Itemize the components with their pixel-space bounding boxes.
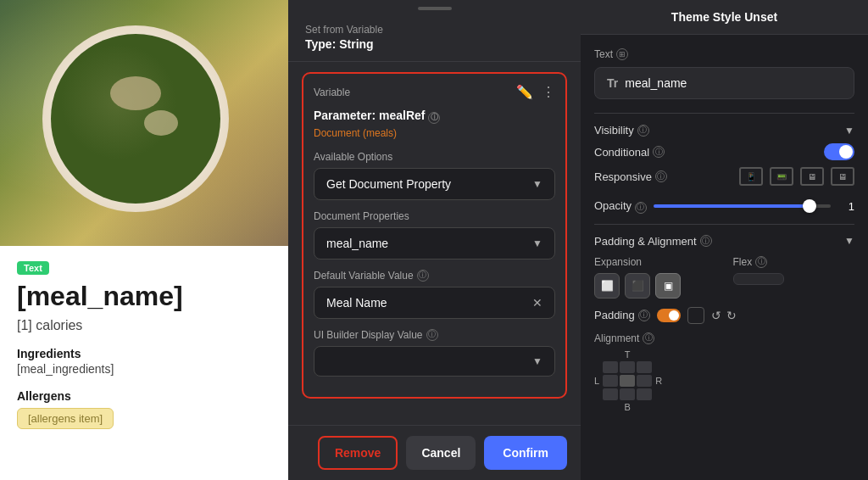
edit-icon-button[interactable]: ✏️	[516, 84, 533, 100]
align-cell-bl[interactable]	[603, 388, 618, 400]
padding-controls: Padding ⓘ ↺ ↻	[594, 307, 854, 324]
padding-info-icon: ⓘ	[638, 310, 650, 321]
alignment-cells	[603, 361, 652, 400]
padding-alignment-header: Padding & Alignment ⓘ ▼	[594, 235, 854, 248]
cancel-button[interactable]: Cancel	[406, 436, 476, 470]
right-header: Theme Style Unset	[581, 0, 868, 35]
opacity-slider[interactable]	[654, 204, 831, 208]
padding-alignment-info-icon: ⓘ	[700, 235, 712, 247]
visibility-row: Visibility ⓘ ▼	[594, 124, 854, 137]
flex-label: Flex ⓘ	[733, 256, 855, 268]
opacity-slider-thumb[interactable]	[803, 199, 816, 213]
align-cell-br[interactable]	[637, 388, 652, 400]
expansion-option-2[interactable]: ⬛	[625, 273, 650, 299]
ui-builder-chevron-icon: ▼	[532, 355, 542, 367]
align-cell-mr[interactable]	[637, 375, 652, 387]
align-cell-tr[interactable]	[637, 361, 652, 373]
allergens-label: Allergens	[17, 389, 271, 403]
ingredients-label: Ingredients	[17, 347, 271, 360]
expansion-buttons: ⬜ ⬛ ▣	[594, 273, 716, 299]
variable-section: Variable ✏️ ⋮ Parameter: mealRef ⓘ Docum…	[302, 72, 567, 399]
align-cell-tl[interactable]	[603, 361, 618, 373]
ui-builder-dropdown[interactable]: ▼	[314, 346, 555, 377]
expansion-label: Expansion	[594, 256, 716, 268]
modal-body: Variable ✏️ ⋮ Parameter: mealRef ⓘ Docum…	[288, 62, 581, 425]
conditional-label: Conditional ⓘ	[594, 146, 665, 159]
padding-alignment-chevron-icon[interactable]: ▼	[844, 235, 854, 247]
responsive-info-icon: ⓘ	[655, 170, 667, 182]
available-options-dropdown[interactable]: Get Document Property ▼	[314, 168, 555, 200]
alignment-info-icon: ⓘ	[643, 332, 654, 344]
expansion-flex-row: Expansion ⬜ ⬛ ▣ Flex ⓘ	[594, 256, 854, 299]
opacity-label: Opacity ⓘ	[594, 199, 647, 214]
clear-default-variable-button[interactable]: ✕	[532, 296, 542, 310]
salad-accent	[110, 76, 161, 110]
ingredients-value: [meal_ingredients]	[17, 362, 271, 376]
align-L-label: L	[594, 376, 599, 386]
device-icons-group: 📱 📟 🖥 🖥	[739, 167, 854, 186]
available-options-value: Get Document Property	[326, 177, 451, 191]
right-panel: Theme Style Unset Text ⊞ Tr meal_name Vi…	[581, 0, 868, 480]
default-variable-info-icon: ⓘ	[417, 270, 429, 282]
align-R-label: R	[655, 376, 662, 386]
type-string-label: Type: String	[305, 37, 564, 51]
flex-input[interactable]	[733, 273, 784, 285]
confirm-button[interactable]: Confirm	[484, 436, 567, 470]
document-properties-group: Document Properties meal_name ▼	[314, 210, 555, 260]
left-panel: Text [meal_name] [1] calories Ingredient…	[0, 0, 288, 480]
available-options-label: Available Options	[314, 151, 555, 163]
default-variable-group: Default Variable Value ⓘ Meal Name ✕	[314, 270, 555, 319]
align-cell-mc[interactable]	[620, 375, 635, 387]
alignment-section: Alignment ⓘ L T	[594, 332, 854, 412]
allergens-badge: [allergens item]	[17, 408, 114, 429]
document-source: Document (meals)	[314, 127, 555, 139]
salad-accent2	[144, 110, 178, 136]
text-value-box[interactable]: Tr meal_name	[594, 67, 854, 99]
align-cell-tc[interactable]	[620, 361, 635, 373]
more-options-icon-button[interactable]: ⋮	[542, 84, 555, 100]
text-property-section: Text ⊞ Tr meal_name	[594, 48, 854, 99]
modal-header: Set from Variable Type: String	[288, 10, 581, 62]
document-properties-value: meal_name	[326, 237, 388, 250]
alignment-grid: L T	[594, 349, 854, 412]
expansion-option-1[interactable]: ⬜	[594, 273, 620, 299]
ui-builder-info-icon: ⓘ	[426, 329, 438, 341]
padding-toggle[interactable]	[657, 309, 681, 322]
section-header: Variable ✏️ ⋮	[314, 84, 555, 100]
default-variable-input[interactable]: Meal Name ✕	[314, 287, 555, 319]
expansion-option-3[interactable]: ▣	[655, 273, 681, 299]
undo-icon[interactable]: ↺	[711, 309, 721, 322]
align-cell-bc[interactable]	[620, 388, 635, 400]
document-properties-dropdown[interactable]: meal_name ▼	[314, 227, 555, 260]
tablet-device-icon[interactable]: 📟	[770, 167, 793, 186]
align-cell-ml[interactable]	[603, 375, 618, 387]
default-variable-value: Meal Name	[326, 296, 387, 310]
alignment-label: Alignment ⓘ	[594, 332, 854, 344]
available-options-chevron-icon: ▼	[532, 178, 542, 190]
text-value: meal_name	[625, 76, 687, 90]
set-from-variable-label: Set from Variable	[305, 24, 564, 36]
calories-text: [1] calories	[17, 318, 271, 333]
remove-button[interactable]: Remove	[318, 436, 398, 470]
desktop-large-device-icon[interactable]: 🖥	[831, 167, 854, 186]
visibility-chevron-icon[interactable]: ▼	[844, 125, 854, 137]
desktop-small-device-icon[interactable]: 🖥	[800, 167, 824, 186]
ui-builder-label: UI Builder Display Value ⓘ	[314, 329, 555, 341]
align-B-label: B	[624, 402, 630, 412]
modal-footer: Remove Cancel Confirm	[288, 425, 581, 480]
conditional-toggle[interactable]	[824, 143, 854, 160]
visibility-info-icon: ⓘ	[637, 125, 649, 137]
mobile-device-icon[interactable]: 📱	[739, 167, 763, 186]
text-type-icon: Tr	[607, 76, 618, 90]
padding-option-icon[interactable]	[687, 307, 704, 324]
padding-alignment-section: Padding & Alignment ⓘ ▼ Expansion ⬜ ⬛ ▣	[594, 235, 854, 412]
middle-panel: Set from Variable Type: String Variable …	[288, 0, 581, 480]
alignment-side-R: R	[655, 376, 662, 386]
text-info-icon: ⊞	[616, 48, 628, 60]
opacity-slider-container	[654, 204, 831, 208]
responsive-label: Responsive ⓘ	[594, 170, 667, 183]
redo-icon[interactable]: ↻	[726, 309, 737, 322]
padding-label: Padding ⓘ	[594, 309, 650, 321]
opacity-row: Opacity ⓘ 1	[594, 199, 854, 214]
available-options-group: Available Options Get Document Property …	[314, 151, 555, 200]
